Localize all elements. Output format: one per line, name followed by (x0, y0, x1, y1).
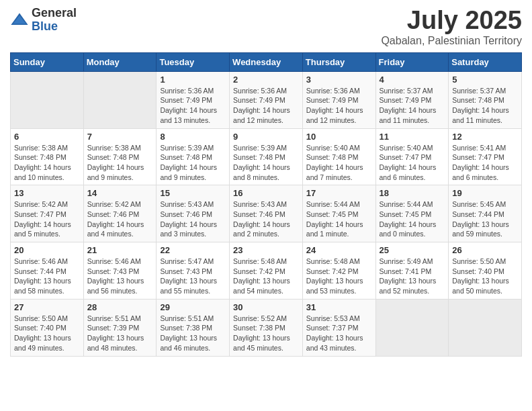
day-number: 27 (14, 302, 80, 312)
main-title: July 2025 (381, 7, 522, 35)
calendar-cell: 17Sunrise: 5:44 AMSunset: 7:45 PMDayligh… (302, 185, 375, 242)
day-number: 23 (233, 245, 299, 255)
day-number: 25 (380, 245, 445, 255)
logo-blue: Blue (32, 20, 77, 34)
calendar-table: SundayMondayTuesdayWednesdayThursdayFrid… (10, 52, 522, 357)
day-number: 26 (452, 245, 518, 255)
day-number: 29 (160, 302, 226, 312)
calendar-week-row: 1Sunrise: 5:36 AMSunset: 7:49 PMDaylight… (11, 71, 522, 128)
calendar-cell: 28Sunrise: 5:51 AMSunset: 7:39 PMDayligh… (83, 299, 157, 356)
calendar-week-row: 27Sunrise: 5:50 AMSunset: 7:40 PMDayligh… (11, 299, 522, 356)
calendar-cell: 23Sunrise: 5:48 AMSunset: 7:42 PMDayligh… (230, 242, 303, 300)
calendar-cell: 24Sunrise: 5:48 AMSunset: 7:42 PMDayligh… (302, 242, 375, 300)
logo-general: General (32, 7, 77, 20)
calendar-cell: 20Sunrise: 5:46 AMSunset: 7:44 PMDayligh… (11, 242, 84, 300)
calendar-cell: 26Sunrise: 5:50 AMSunset: 7:40 PMDayligh… (449, 242, 522, 300)
calendar-cell (375, 299, 449, 356)
day-info: Sunrise: 5:39 AMSunset: 7:48 PMDaylight:… (160, 143, 226, 183)
day-number: 14 (87, 188, 153, 198)
header-day: Saturday (449, 52, 522, 71)
day-info: Sunrise: 5:47 AMSunset: 7:43 PMDaylight:… (160, 257, 226, 296)
title-area: July 2025 Qabalan, Palestinian Territory (381, 7, 522, 47)
day-info: Sunrise: 5:40 AMSunset: 7:47 PMDaylight:… (380, 143, 445, 183)
day-number: 10 (306, 132, 372, 142)
day-number: 9 (233, 132, 299, 142)
header-day: Tuesday (157, 52, 230, 71)
header-day: Wednesday (230, 52, 303, 71)
day-info: Sunrise: 5:46 AMSunset: 7:44 PMDaylight:… (14, 257, 80, 296)
calendar-cell: 13Sunrise: 5:42 AMSunset: 7:47 PMDayligh… (11, 185, 84, 242)
day-number: 20 (14, 245, 80, 255)
header-day: Thursday (302, 52, 375, 71)
day-number: 13 (14, 188, 80, 198)
day-number: 30 (233, 302, 299, 312)
day-number: 5 (452, 75, 518, 85)
day-number: 3 (306, 75, 372, 85)
header-row: SundayMondayTuesdayWednesdayThursdayFrid… (11, 52, 522, 71)
day-info: Sunrise: 5:51 AMSunset: 7:38 PMDaylight:… (160, 314, 226, 353)
header-day: Sunday (11, 52, 84, 71)
calendar-cell: 29Sunrise: 5:51 AMSunset: 7:38 PMDayligh… (157, 299, 230, 356)
calendar-cell: 4Sunrise: 5:37 AMSunset: 7:49 PMDaylight… (375, 71, 449, 128)
day-info: Sunrise: 5:48 AMSunset: 7:42 PMDaylight:… (233, 257, 299, 296)
calendar-cell: 15Sunrise: 5:43 AMSunset: 7:46 PMDayligh… (157, 185, 230, 242)
calendar-cell: 1Sunrise: 5:36 AMSunset: 7:49 PMDaylight… (157, 71, 230, 128)
day-info: Sunrise: 5:42 AMSunset: 7:46 PMDaylight:… (87, 199, 153, 239)
day-number: 2 (233, 75, 299, 85)
calendar-cell: 11Sunrise: 5:40 AMSunset: 7:47 PMDayligh… (375, 128, 449, 185)
day-number: 8 (160, 132, 226, 142)
day-number: 24 (306, 245, 372, 255)
calendar-cell: 14Sunrise: 5:42 AMSunset: 7:46 PMDayligh… (83, 185, 157, 242)
calendar-cell: 19Sunrise: 5:45 AMSunset: 7:44 PMDayligh… (449, 185, 522, 242)
logo-text: General Blue (32, 7, 77, 34)
day-info: Sunrise: 5:44 AMSunset: 7:45 PMDaylight:… (380, 199, 445, 239)
day-number: 4 (380, 75, 445, 85)
day-number: 21 (87, 245, 153, 255)
calendar-cell: 8Sunrise: 5:39 AMSunset: 7:48 PMDaylight… (157, 128, 230, 185)
day-number: 6 (14, 132, 80, 142)
day-info: Sunrise: 5:48 AMSunset: 7:42 PMDaylight:… (306, 257, 372, 296)
day-info: Sunrise: 5:42 AMSunset: 7:47 PMDaylight:… (14, 199, 80, 239)
logo-icon (10, 11, 29, 30)
day-info: Sunrise: 5:50 AMSunset: 7:40 PMDaylight:… (14, 314, 80, 353)
calendar-cell: 21Sunrise: 5:46 AMSunset: 7:43 PMDayligh… (83, 242, 157, 300)
day-info: Sunrise: 5:44 AMSunset: 7:45 PMDaylight:… (306, 199, 372, 239)
calendar-cell: 31Sunrise: 5:53 AMSunset: 7:37 PMDayligh… (302, 299, 375, 356)
calendar-cell: 7Sunrise: 5:38 AMSunset: 7:48 PMDaylight… (83, 128, 157, 185)
calendar-cell: 16Sunrise: 5:43 AMSunset: 7:46 PMDayligh… (230, 185, 303, 242)
calendar-cell: 27Sunrise: 5:50 AMSunset: 7:40 PMDayligh… (11, 299, 84, 356)
day-number: 22 (160, 245, 226, 255)
day-info: Sunrise: 5:49 AMSunset: 7:41 PMDaylight:… (380, 257, 445, 296)
calendar-cell: 3Sunrise: 5:36 AMSunset: 7:49 PMDaylight… (302, 71, 375, 128)
calendar-cell: 2Sunrise: 5:36 AMSunset: 7:49 PMDaylight… (230, 71, 303, 128)
calendar-cell: 12Sunrise: 5:41 AMSunset: 7:47 PMDayligh… (449, 128, 522, 185)
day-number: 7 (87, 132, 153, 142)
day-number: 17 (306, 188, 372, 198)
day-number: 15 (160, 188, 226, 198)
calendar-cell: 6Sunrise: 5:38 AMSunset: 7:48 PMDaylight… (11, 128, 84, 185)
header-day: Monday (83, 52, 157, 71)
calendar-cell: 5Sunrise: 5:37 AMSunset: 7:48 PMDaylight… (449, 71, 522, 128)
day-info: Sunrise: 5:46 AMSunset: 7:43 PMDaylight:… (87, 257, 153, 296)
day-info: Sunrise: 5:45 AMSunset: 7:44 PMDaylight:… (452, 199, 518, 239)
calendar-cell (83, 71, 157, 128)
day-info: Sunrise: 5:39 AMSunset: 7:48 PMDaylight:… (233, 143, 299, 183)
calendar-cell: 30Sunrise: 5:52 AMSunset: 7:38 PMDayligh… (230, 299, 303, 356)
calendar-week-row: 6Sunrise: 5:38 AMSunset: 7:48 PMDaylight… (11, 128, 522, 185)
day-info: Sunrise: 5:38 AMSunset: 7:48 PMDaylight:… (14, 143, 80, 183)
day-info: Sunrise: 5:40 AMSunset: 7:48 PMDaylight:… (306, 143, 372, 183)
calendar-week-row: 20Sunrise: 5:46 AMSunset: 7:44 PMDayligh… (11, 242, 522, 300)
day-number: 1 (160, 75, 226, 85)
calendar-week-row: 13Sunrise: 5:42 AMSunset: 7:47 PMDayligh… (11, 185, 522, 242)
day-info: Sunrise: 5:37 AMSunset: 7:48 PMDaylight:… (452, 86, 518, 126)
day-info: Sunrise: 5:43 AMSunset: 7:46 PMDaylight:… (160, 199, 226, 239)
day-number: 28 (87, 302, 153, 312)
day-info: Sunrise: 5:43 AMSunset: 7:46 PMDaylight:… (233, 199, 299, 239)
day-number: 11 (380, 132, 445, 142)
calendar-cell: 18Sunrise: 5:44 AMSunset: 7:45 PMDayligh… (375, 185, 449, 242)
header-day: Friday (375, 52, 449, 71)
day-info: Sunrise: 5:36 AMSunset: 7:49 PMDaylight:… (233, 86, 299, 126)
calendar-cell (11, 71, 84, 128)
day-info: Sunrise: 5:41 AMSunset: 7:47 PMDaylight:… (452, 143, 518, 183)
day-info: Sunrise: 5:52 AMSunset: 7:38 PMDaylight:… (233, 314, 299, 353)
